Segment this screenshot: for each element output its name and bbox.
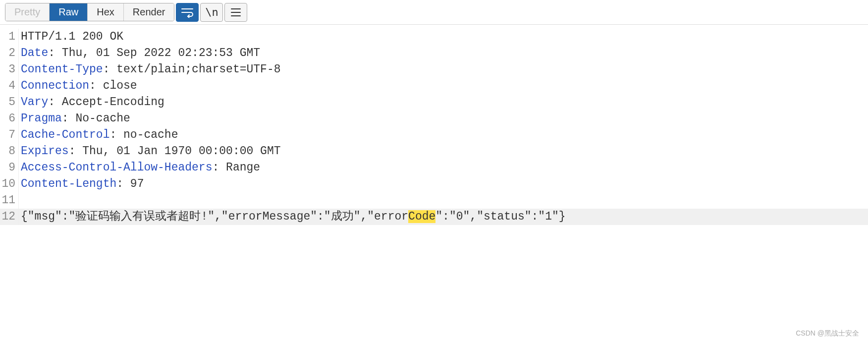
code-line: 2 Date: Thu, 01 Sep 2022 02:23:53 GMT xyxy=(0,45,868,61)
view-tab-group: Pretty Raw Hex Render xyxy=(5,3,174,21)
code-line: 12 {"msg":"验证码输入有误或者超时!","errorMessage":… xyxy=(0,209,868,225)
view-toolbar: Pretty Raw Hex Render \n xyxy=(0,0,868,25)
header-name: Cache-Control xyxy=(21,128,109,141)
body-text-post: ":"0","status":"1"} xyxy=(435,210,565,223)
code-line: 9 Access-Control-Allow-Headers: Range xyxy=(0,160,868,176)
header-line: Vary: Accept-Encoding xyxy=(19,94,164,111)
header-value: Accept-Encoding xyxy=(55,96,164,109)
line-number: 4 xyxy=(0,78,19,94)
line-number: 12 xyxy=(0,209,19,225)
header-value: No-cache xyxy=(69,112,130,125)
tab-pretty[interactable]: Pretty xyxy=(5,3,50,21)
wrap-icon xyxy=(181,7,194,18)
code-line: 3 Content-Type: text/plain;charset=UTF-8 xyxy=(0,61,868,78)
body-text-pre: {"msg":"验证码输入有误或者超时!","errorMessage":"成功… xyxy=(21,210,408,223)
header-line: Pragma: No-cache xyxy=(19,111,130,127)
header-sep: : xyxy=(116,177,123,190)
show-nonprintable-button[interactable]: \n xyxy=(200,3,223,22)
header-value: 97 xyxy=(123,177,144,190)
search-match: Code xyxy=(408,210,435,223)
header-sep: : xyxy=(103,63,110,76)
header-line: Access-Control-Allow-Headers: Range xyxy=(19,160,260,176)
header-name: Content-Length xyxy=(21,177,116,190)
header-line: Content-Type: text/plain;charset=UTF-8 xyxy=(19,61,281,78)
header-sep: : xyxy=(89,79,96,92)
code-line: 1 HTTP/1.1 200 OK xyxy=(0,29,868,45)
header-value: close xyxy=(96,79,137,92)
code-line: 7 Cache-Control: no-cache xyxy=(0,127,868,143)
code-line: 11 xyxy=(0,192,868,209)
header-value: no-cache xyxy=(116,128,178,141)
wrap-toggle-button[interactable] xyxy=(176,3,199,22)
status-line: HTTP/1.1 200 OK xyxy=(19,29,123,45)
header-line: Cache-Control: no-cache xyxy=(19,127,178,143)
line-number: 9 xyxy=(0,160,19,176)
header-sep: : xyxy=(62,112,69,125)
line-number: 3 xyxy=(0,61,19,78)
header-name: Expires xyxy=(21,145,69,158)
line-number: 7 xyxy=(0,127,19,143)
line-number: 6 xyxy=(0,111,19,127)
header-sep: : xyxy=(69,145,76,158)
code-line: 10 Content-Length: 97 xyxy=(0,176,868,192)
line-number: 5 xyxy=(0,94,19,111)
header-value: Thu, 01 Jan 1970 00:00:00 GMT xyxy=(75,145,280,158)
line-number: 2 xyxy=(0,45,19,61)
menu-button[interactable] xyxy=(224,3,247,22)
header-sep: : xyxy=(48,47,55,59)
header-line: Date: Thu, 01 Sep 2022 02:23:53 GMT xyxy=(19,45,260,61)
response-body: {"msg":"验证码输入有误或者超时!","errorMessage":"成功… xyxy=(19,209,566,225)
header-value: Thu, 01 Sep 2022 02:23:53 GMT xyxy=(55,47,260,59)
code-line: 5 Vary: Accept-Encoding xyxy=(0,94,868,111)
header-sep: : xyxy=(48,96,55,109)
tab-raw[interactable]: Raw xyxy=(50,3,88,21)
header-name: Date xyxy=(21,47,48,59)
header-name: Pragma xyxy=(21,112,62,125)
header-sep: : xyxy=(109,128,116,141)
header-line: Expires: Thu, 01 Jan 1970 00:00:00 GMT xyxy=(19,143,281,160)
response-editor[interactable]: 1 HTTP/1.1 200 OK 2 Date: Thu, 01 Sep 20… xyxy=(0,25,868,225)
line-number: 1 xyxy=(0,29,19,45)
header-line: Content-Length: 97 xyxy=(19,176,144,192)
blank-line xyxy=(19,192,21,209)
header-sep: : xyxy=(212,161,219,174)
header-name: Access-Control-Allow-Headers xyxy=(21,161,212,174)
newline-icon: \n xyxy=(205,6,218,18)
line-number: 10 xyxy=(0,176,19,192)
code-line: 8 Expires: Thu, 01 Jan 1970 00:00:00 GMT xyxy=(0,143,868,160)
header-name: Connection xyxy=(21,79,89,92)
tab-hex[interactable]: Hex xyxy=(88,3,124,21)
header-line: Connection: close xyxy=(19,78,137,94)
code-line: 6 Pragma: No-cache xyxy=(0,111,868,127)
code-line: 4 Connection: close xyxy=(0,78,868,94)
header-value: Range xyxy=(219,161,260,174)
header-name: Vary xyxy=(21,96,48,109)
hamburger-icon xyxy=(230,8,241,17)
line-number: 8 xyxy=(0,143,19,160)
tab-render[interactable]: Render xyxy=(124,3,174,21)
header-name: Content-Type xyxy=(21,63,103,76)
header-value: text/plain;charset=UTF-8 xyxy=(109,63,280,76)
watermark-text: CSDN @黑战士安全 xyxy=(796,329,859,338)
line-number: 11 xyxy=(0,192,19,209)
